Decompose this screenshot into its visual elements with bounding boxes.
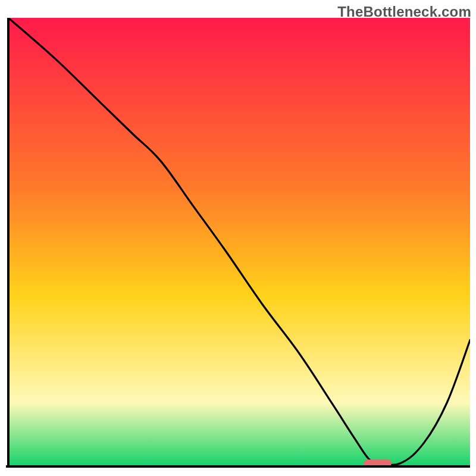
- chart-svg: [6, 18, 470, 470]
- gradient-background: [8, 18, 470, 465]
- chart-container: TheBottleneck.com: [0, 0, 476, 476]
- plot-area: [6, 18, 470, 470]
